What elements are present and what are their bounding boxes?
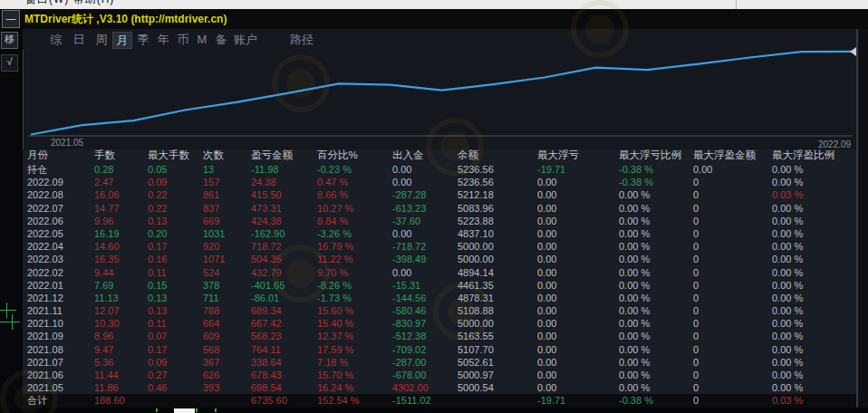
column-header: 最大手数 [148,148,203,163]
table-cell: 788 [203,304,251,317]
x-axis-label-start: 2021.05 [51,138,83,148]
table-cell: 11.44 [94,369,148,381]
toolbar-tab-9[interactable]: 备 [212,32,230,47]
table-cell: 367 [203,356,251,369]
column-header: 最大浮盈比例 [772,148,863,163]
toolbar-tab-7[interactable]: 币 [174,32,192,47]
toolbar-tab-10[interactable]: 账户 [231,32,260,47]
table-cell: 0.00 [537,330,619,342]
menu-divider [736,0,737,9]
table-cell: 15.40 % [317,317,392,330]
table-cell: 698.54 [251,381,317,394]
table-cell: 2022.06 [27,215,94,227]
toolbar-tab-6[interactable]: 年 [154,32,172,47]
table-row[interactable]: 2022.092.470.0915724.380.47 %0.005236.56… [23,176,868,188]
move-tool-button[interactable]: 移 [1,32,18,49]
toolbar-tab-3[interactable]: 周 [92,32,111,47]
table-cell: -37.60 [392,215,458,227]
table-cell: 0.11 [148,317,203,330]
table-cell: -678.00 [392,369,458,381]
table-cell: 0.13 [148,215,203,227]
table-cell: 0.00 % [619,266,693,279]
table-row-total[interactable]: 合计188.606735.60152.54 %-1511.02-19.71-0.… [23,394,868,407]
toolbar-tab-8[interactable]: M [194,32,210,47]
window-right-fill [858,29,868,413]
crosshair-marker [0,310,16,311]
table-cell: 0 [693,202,772,215]
table-cell: 0.00 [693,163,772,176]
table-cell: 764.11 [251,343,317,356]
table-cell: 0.03 % [772,394,863,407]
table-cell: 0.00 % [619,304,693,317]
table-cell: 5107.70 [458,343,537,356]
table-cell: 0.00 % [772,330,863,342]
toolbar-tab-1[interactable]: 综 [47,32,65,47]
path-button[interactable]: 路径 [290,32,313,47]
check-tool-button[interactable]: √ [1,54,18,72]
table-cell: 4837.10 [458,227,537,240]
menu-items[interactable]: 窗口(W) 帮助(H) [25,0,114,7]
table-cell: 0.00 % [619,240,693,253]
title-bar: — MTDriver统计 ,V3.10 (http://mtdriver.cn) [0,9,868,29]
table-row[interactable]: 2021.089.470.17568764.1117.59 %-709.0251… [23,343,868,356]
table-cell: 0.00 % [619,215,693,227]
table-cell: 0.00 [392,266,458,279]
table-row[interactable]: 2022.029.440.11524432.799.70 %0.004894.1… [23,266,868,279]
windows-menu-bar: 窗口(W) 帮助(H) [0,0,868,9]
bottom-tick [196,408,198,412]
table-cell: 5223.88 [458,215,537,227]
table-cell: 0.00 % [619,317,693,330]
table-cell: 152.54 % [317,394,392,407]
toolbar-tab-5[interactable]: 季 [134,32,152,47]
table-cell: 669 [203,215,251,227]
table-row[interactable]: 2022.0714.770.22837473.3110.27 %-613.235… [23,202,868,215]
bottom-strip [0,408,868,413]
bottom-tick [156,408,158,412]
table-cell: 0 [693,188,772,201]
table-cell: 11.13 [94,292,148,304]
table-cell: 0.00 % [619,253,693,265]
table-row[interactable]: 2021.0611.440.27626678.4315.70 %-678.005… [23,369,868,381]
table-row[interactable]: 2022.0414.600.17920718.7216.79 %-718.725… [23,240,868,253]
table-cell: 0.00 % [772,304,863,317]
table-cell: 0.00 [537,253,619,265]
table-cell: 2021.11 [27,304,94,317]
minimize-button[interactable]: — [2,10,20,28]
table-cell: 0.13 [148,304,203,317]
table-cell: 861 [203,188,251,201]
table-cell: -718.72 [392,240,458,253]
table-cell: 0.00 [537,176,619,188]
table-cell: 7.69 [94,279,148,292]
toolbar-tab-2[interactable]: 日 [70,32,88,47]
table-cell: 9.96 [94,215,148,227]
table-cell: 17.59 % [317,343,392,356]
table-cell: 473.31 [251,202,317,215]
table-cell: 0.00 [537,356,619,369]
table-row[interactable]: 2022.069.960.13669424.388.84 %-37.605223… [23,215,868,227]
table-cell: 0.00 [537,304,619,317]
table-cell: 2022.09 [27,176,94,188]
column-header: 百分比% [317,148,392,163]
table-row[interactable]: 2021.0511.860.46393698.5416.24 %4302.005… [23,381,868,394]
table-cell: -19.71 [537,163,619,176]
table-row[interactable]: 2022.0816.060.22861415.508.66 %-287.2852… [23,188,868,201]
table-row[interactable]: 2022.0316.350.161071504.3511.22 %-398.49… [23,253,868,265]
table-cell: 0.46 [148,381,203,394]
table-cell: 0.00 % [772,227,863,240]
left-side-strip: 移 √ [0,29,23,413]
table-cell: 689.34 [251,304,317,317]
table-cell: 0.00 [392,176,458,188]
table-cell: 5236.56 [458,176,537,188]
table-cell: 0 [693,279,772,292]
table-cell: 837 [203,202,251,215]
table-cell: 0.00 % [772,240,863,253]
table-cell: 1071 [203,253,251,265]
table-row[interactable]: 2022.0516.190.201031-162.90-3.26 %0.0048… [23,227,868,240]
table-cell: 2021.07 [27,356,94,369]
toolbar-tab-4[interactable]: 月 [112,32,132,49]
table-cell: 7.18 % [317,356,392,369]
column-header: 最大浮亏比例 [619,148,693,163]
table-row[interactable]: 2021.075.360.09367338.647.18 %-287.00505… [23,356,868,369]
table-cell: 0 [693,394,772,407]
table-cell: 0.00 [537,227,619,240]
